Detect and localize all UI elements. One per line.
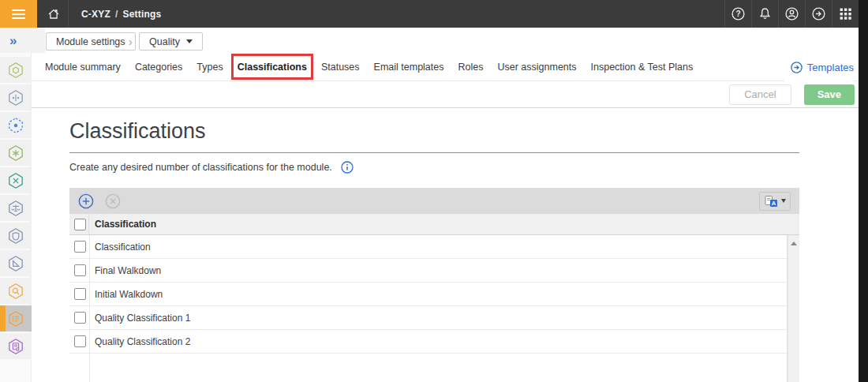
module-settings-label: Module settings: [56, 36, 125, 47]
tab-classifications[interactable]: Classifications: [238, 62, 307, 73]
classification-cell: Initial Walkdown: [89, 289, 163, 300]
cancel-button[interactable]: Cancel: [729, 84, 791, 105]
row-checkbox[interactable]: [74, 335, 86, 347]
focus-target-icon: [7, 117, 24, 134]
top-bar: C-XYZ / Settings ?: [0, 0, 859, 28]
table-body: Classification Final Walkdown Initial Wa…: [69, 235, 799, 382]
title-divider: [69, 152, 799, 153]
table-row[interactable]: Quality Classification 2: [69, 330, 787, 354]
help-icon[interactable]: ?: [724, 0, 751, 28]
svg-text:?: ?: [735, 9, 740, 18]
delete-row-icon[interactable]: [105, 193, 121, 209]
analytics-asterisk-icon: [7, 144, 24, 162]
hamburger-glyph: [12, 9, 25, 19]
tab-user-assignments[interactable]: User assignments: [497, 62, 576, 73]
column-header-classification[interactable]: Classification: [89, 219, 156, 230]
hamburger-menu-icon[interactable]: [0, 0, 37, 28]
table-row[interactable]: Quality Classification 1: [69, 306, 787, 330]
legal-scales-icon: [7, 200, 24, 217]
settings-tab-bar: Module summaryCategoriesTypesClassificat…: [32, 53, 859, 81]
row-checkbox[interactable]: [74, 312, 86, 324]
tab-categories[interactable]: Categories: [135, 62, 182, 73]
account-icon[interactable]: [778, 0, 805, 28]
table-rows: Classification Final Walkdown Initial Wa…: [69, 235, 788, 382]
translate-icon: A: [765, 195, 778, 208]
row-checkbox[interactable]: [74, 264, 86, 276]
app-window: C-XYZ / Settings ? » Module settings › Q…: [0, 0, 868, 382]
sidebar-item-focus-target[interactable]: [0, 112, 32, 138]
sidebar-item-quality-checklist[interactable]: [0, 305, 32, 331]
select-all-checkbox[interactable]: [74, 219, 86, 230]
sidebar-item-modules-hexagon[interactable]: [0, 57, 32, 83]
modules-hexagon-icon: [7, 62, 24, 79]
scroll-up-arrow-icon: [791, 242, 797, 245]
table-row[interactable]: Final Walkdown: [69, 259, 787, 283]
main-content: Classifications Create any desired numbe…: [32, 108, 859, 382]
double-chevron-icon: »: [9, 34, 17, 47]
classification-cell: Quality Classification 1: [89, 313, 190, 324]
breadcrumb: C-XYZ / Settings: [81, 0, 162, 28]
save-button[interactable]: Save: [804, 84, 855, 105]
go-to-icon[interactable]: [805, 0, 832, 28]
sidebar-item-certification-document[interactable]: [0, 333, 32, 359]
top-bar-icons: ?: [724, 0, 859, 28]
row-checkbox[interactable]: [74, 241, 86, 253]
tab-module-summary[interactable]: Module summary: [45, 62, 121, 73]
module-sidebar: [0, 53, 32, 382]
breadcrumb-separator: /: [115, 9, 118, 20]
svg-text:A: A: [771, 199, 776, 206]
context-bar: » Module settings › Quality: [0, 28, 859, 53]
sidebar-item-workflow-branch[interactable]: [0, 84, 32, 110]
page-description: Create any desired number of classificat…: [69, 162, 332, 173]
info-icon[interactable]: [341, 161, 354, 174]
window-edge: [859, 0, 868, 382]
table-row[interactable]: Classification: [69, 235, 787, 259]
sidebar-item-legal-scales[interactable]: [0, 195, 32, 221]
tab-types[interactable]: Types: [196, 62, 223, 73]
classification-cell: Classification: [89, 242, 151, 253]
certification-document-icon: [7, 338, 24, 355]
breadcrumb-project[interactable]: C-XYZ: [81, 9, 110, 20]
selected-accent-bar: [0, 305, 6, 331]
chevron-down-icon: [781, 199, 786, 203]
notifications-bell-icon[interactable]: [751, 0, 778, 28]
breadcrumb-section[interactable]: Settings: [123, 9, 162, 20]
sidebar-item-tools-cross[interactable]: [0, 167, 32, 193]
tab-statuses[interactable]: Statuses: [321, 62, 360, 73]
sidebar-item-audit-search[interactable]: [0, 278, 32, 304]
table-header-row: Classification: [69, 214, 799, 235]
workflow-branch-icon: [7, 89, 24, 107]
tab-inspection-test-plans[interactable]: Inspection & Test Plans: [591, 62, 694, 73]
drafting-triangle-icon: [7, 255, 24, 272]
table-row[interactable]: Initial Walkdown: [69, 283, 787, 306]
templates-link-label: Templates: [807, 62, 854, 73]
tab-roles[interactable]: Roles: [458, 62, 484, 73]
classification-cell: Final Walkdown: [89, 265, 161, 276]
module-settings-button[interactable]: Module settings: [46, 32, 136, 51]
templates-link[interactable]: Templates: [784, 53, 854, 81]
column-divider: [89, 235, 90, 382]
sidebar-item-analytics-asterisk[interactable]: [0, 140, 32, 166]
audit-search-icon: [7, 283, 24, 300]
table-scrollbar[interactable]: [788, 235, 799, 382]
module-context-dropdown[interactable]: Quality: [139, 32, 203, 51]
sidebar-item-drafting-triangle[interactable]: [0, 250, 32, 276]
chevron-right-icon: ›: [129, 32, 133, 51]
sidebar-expand-button[interactable]: »: [0, 28, 45, 53]
quality-checklist-icon: [7, 310, 24, 328]
apps-grid-icon[interactable]: [832, 0, 859, 28]
save-toolbar: Cancel Save: [32, 81, 859, 108]
module-context-label: Quality: [149, 36, 180, 47]
add-row-icon[interactable]: [78, 193, 94, 209]
tools-cross-icon: [7, 172, 24, 189]
language-dropdown-button[interactable]: A: [759, 192, 791, 211]
arrow-circle-right-icon: [791, 62, 803, 73]
tab-email-templates[interactable]: Email templates: [374, 62, 444, 73]
sidebar-item-security-shield[interactable]: [0, 223, 32, 249]
page-title: Classifications: [69, 119, 206, 144]
classification-cell: Quality Classification 2: [89, 336, 190, 347]
annotation-highlight-box: [231, 54, 313, 80]
security-shield-icon: [7, 227, 24, 245]
row-checkbox[interactable]: [74, 288, 86, 300]
home-icon[interactable]: [39, 0, 69, 28]
